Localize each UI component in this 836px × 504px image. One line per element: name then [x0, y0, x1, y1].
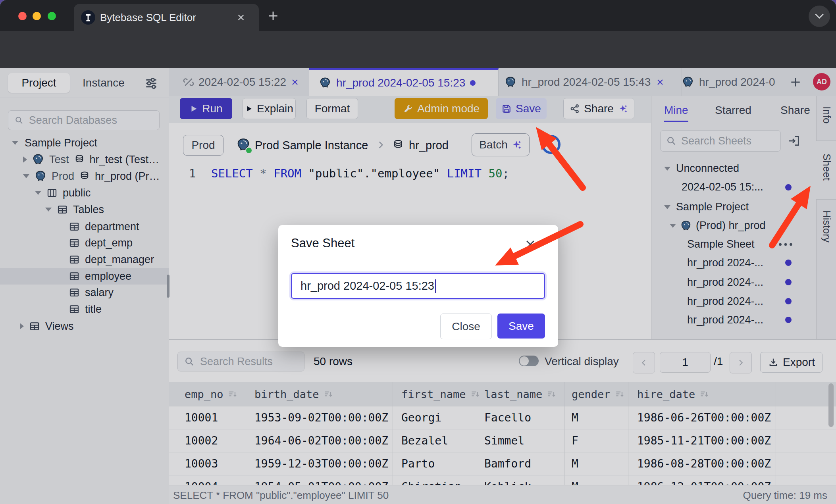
cell[interactable]: 1986-06-26T00:00:00Z [637, 406, 771, 429]
sheet-tab-4[interactable]: hr_prod 2024-0 [676, 68, 789, 96]
column-header-last-name[interactable]: last_name [484, 382, 557, 406]
sidebar-resize-handle[interactable] [167, 275, 170, 298]
cell[interactable]: Georgi [401, 406, 441, 429]
cell[interactable]: Parto [401, 452, 435, 475]
column-header-hire-date[interactable]: hire_date [637, 382, 709, 406]
cell[interactable]: 1986-08-28T00:00:00Z [637, 452, 771, 475]
tab-project[interactable]: Project [8, 73, 70, 93]
sheet-item-1[interactable]: hr_prod 2024-... [687, 254, 763, 272]
explain-button[interactable]: Explain [243, 98, 296, 119]
tree-item-table-dept-manager[interactable]: dept_manager [68, 251, 154, 268]
sheet-group-hr-prod[interactable]: (Prod) hr_prod [670, 216, 766, 235]
admin-mode-button[interactable]: Admin mode [395, 98, 488, 119]
cell[interactable]: 10003 [185, 452, 218, 475]
export-button[interactable]: Export [760, 352, 823, 373]
column-header-birth-date[interactable]: birth_date [254, 382, 333, 406]
share-button[interactable]: Share [563, 98, 634, 119]
cell[interactable]: 1986-12-01T00:00:00Z [637, 475, 771, 485]
cell[interactable]: M [572, 406, 578, 429]
sheet-item-4[interactable]: hr_prod 2024-... [687, 311, 763, 329]
tree-item-hr-prod[interactable]: Prod hr_prod (Pr… [23, 168, 160, 185]
sheet-search[interactable] [660, 130, 781, 152]
browser-tab[interactable]: Bytebase SQL Editor [74, 4, 259, 31]
tree-item-table-department[interactable]: department [68, 218, 139, 235]
tab-mine[interactable]: Mine [664, 104, 688, 122]
sort-icon[interactable] [227, 389, 238, 399]
results-search-input[interactable] [199, 355, 304, 368]
cell[interactable]: 10001 [185, 406, 218, 429]
tree-item-hr-test[interactable]: Test hr_test (Test… [23, 151, 159, 168]
cell[interactable]: Bezalel [401, 429, 448, 452]
cell[interactable]: 1953-09-02T00:00:00Z [254, 406, 388, 429]
close-icon[interactable] [655, 77, 665, 87]
tree-item-views-group[interactable]: Views [20, 318, 74, 335]
cell[interactable]: 10004 [185, 475, 218, 485]
results-search[interactable] [177, 352, 304, 371]
table-scrollbar[interactable] [828, 383, 834, 427]
tree-item-sample-project[interactable]: Sample Project [12, 135, 97, 151]
column-header-first-name[interactable]: first_name [401, 382, 480, 406]
column-header-gender[interactable]: gender [572, 382, 625, 406]
cell[interactable]: Simmel [484, 429, 524, 452]
close-tab-icon[interactable] [236, 12, 246, 23]
sheet-search-input[interactable] [680, 135, 780, 148]
sheet-tab-2-active[interactable]: hr_prod 2024-02-05 15:23 [309, 68, 499, 96]
tree-item-public-schema[interactable]: public [35, 185, 91, 201]
cell[interactable]: Chirstian [401, 475, 462, 485]
sheet-item-sample-sheet[interactable]: Sample Sheet [687, 235, 755, 254]
sheet-group-unconnected[interactable]: Unconnected [664, 159, 739, 178]
tab-starred[interactable]: Starred [715, 104, 751, 117]
save-confirm-button[interactable]: Save [497, 314, 545, 339]
save-button[interactable]: Save [496, 98, 547, 119]
tab-share[interactable]: Share [780, 104, 810, 117]
cell[interactable]: M [572, 475, 578, 485]
sort-icon[interactable] [614, 389, 625, 399]
sheet-tab-1[interactable]: 2024-02-05 15:22 [179, 68, 314, 96]
run-button[interactable]: Run [180, 98, 232, 119]
zoom-window-button[interactable] [48, 12, 56, 20]
cell[interactable]: Facello [484, 406, 531, 429]
sheet-item-unconnected-1[interactable]: 2024-02-05 15:... [682, 178, 763, 196]
close-window-button[interactable] [18, 12, 27, 20]
close-icon[interactable] [290, 77, 300, 87]
sheet-group-sample-project[interactable]: Sample Project [664, 198, 749, 216]
side-tab-history[interactable]: History [821, 210, 833, 242]
cell[interactable]: 1954-05-01T00:00:00Z [254, 475, 388, 485]
prev-page-button[interactable] [633, 352, 655, 373]
cell[interactable]: 1959-12-03T00:00:00Z [254, 452, 388, 475]
batch-button[interactable]: Batch [472, 133, 530, 156]
breadcrumb-database[interactable]: hr_prod [409, 139, 449, 152]
sort-icon[interactable] [546, 389, 557, 399]
cell[interactable]: 1964-06-02T00:00:00Z [254, 429, 388, 452]
sort-icon[interactable] [699, 389, 709, 399]
new-tab-button[interactable] [267, 10, 279, 22]
sheet-tab-3[interactable]: hr_prod 2024-02-05 15:43 [499, 68, 682, 96]
ai-assistant-icon[interactable] [541, 135, 561, 154]
filter-sliders-icon[interactable] [144, 76, 159, 91]
ellipsis-menu-icon[interactable] [778, 240, 794, 249]
cell[interactable]: 10002 [185, 429, 218, 452]
tab-search-button[interactable] [809, 6, 830, 27]
close-button[interactable]: Close [440, 314, 492, 339]
next-page-button[interactable] [730, 352, 752, 373]
tree-item-tables-group[interactable]: Tables [45, 201, 104, 218]
sheet-name-input[interactable]: hr_prod 2024-02-05 15:23 [291, 273, 545, 299]
tree-item-table-salary[interactable]: salary [68, 284, 114, 301]
user-avatar[interactable]: AD [813, 73, 830, 90]
new-sheet-tab-button[interactable] [789, 76, 802, 88]
cell[interactable]: Bamford [484, 452, 531, 475]
minimize-window-button[interactable] [33, 12, 41, 20]
tab-instance[interactable]: Instance [78, 73, 129, 93]
vertical-display-toggle[interactable] [519, 356, 539, 366]
tree-item-table-title[interactable]: title [68, 301, 102, 317]
close-icon[interactable] [524, 239, 536, 250]
import-sheet-icon[interactable] [787, 134, 801, 148]
format-button[interactable]: Format [306, 98, 358, 119]
cell[interactable]: F [572, 429, 578, 452]
sheet-item-3[interactable]: hr_prod 2024-... [687, 292, 763, 311]
sql-code-line[interactable]: SELECT * FROM "public"."employee" LIMIT … [211, 167, 509, 180]
breadcrumb-instance[interactable]: Prod Sample Instance [255, 139, 368, 152]
sort-icon[interactable] [470, 389, 480, 399]
cell[interactable]: 1985-11-21T00:00:00Z [637, 429, 771, 452]
tree-item-table-dept-emp[interactable]: dept_emp [68, 235, 133, 251]
